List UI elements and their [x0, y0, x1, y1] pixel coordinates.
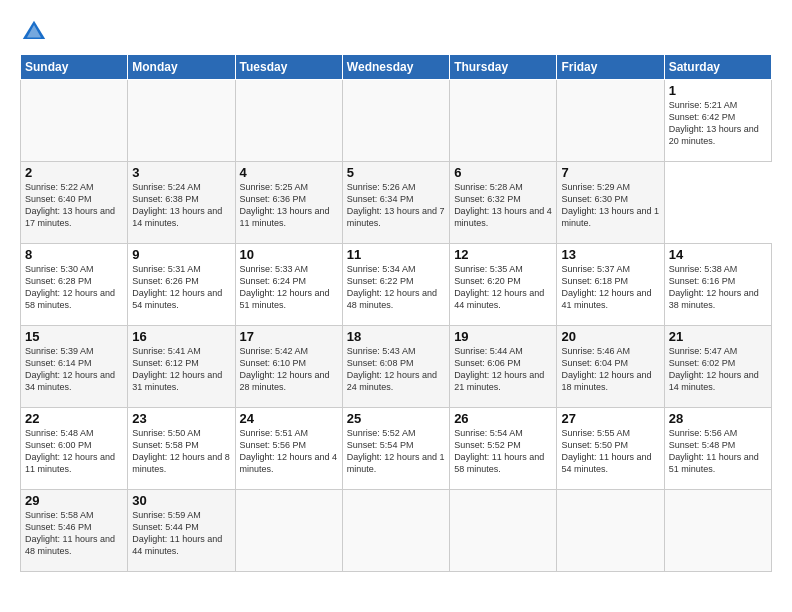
empty-cell: [21, 80, 128, 162]
day-detail: Sunrise: 5:59 AMSunset: 5:44 PMDaylight:…: [132, 509, 230, 558]
day-number: 19: [454, 329, 552, 344]
day-detail: Sunrise: 5:56 AMSunset: 5:48 PMDaylight:…: [669, 427, 767, 476]
day-number: 28: [669, 411, 767, 426]
day-cell-18: 18 Sunrise: 5:43 AMSunset: 6:08 PMDaylig…: [342, 326, 449, 408]
day-detail: Sunrise: 5:37 AMSunset: 6:18 PMDaylight:…: [561, 263, 659, 312]
logo: [20, 18, 52, 46]
day-detail: Sunrise: 5:41 AMSunset: 6:12 PMDaylight:…: [132, 345, 230, 394]
week-row-3: 15 Sunrise: 5:39 AMSunset: 6:14 PMDaylig…: [21, 326, 772, 408]
day-cell-16: 16 Sunrise: 5:41 AMSunset: 6:12 PMDaylig…: [128, 326, 235, 408]
day-cell-22: 22 Sunrise: 5:48 AMSunset: 6:00 PMDaylig…: [21, 408, 128, 490]
day-cell-7: 7 Sunrise: 5:29 AMSunset: 6:30 PMDayligh…: [557, 162, 664, 244]
day-cell-10: 10 Sunrise: 5:33 AMSunset: 6:24 PMDaylig…: [235, 244, 342, 326]
empty-cell: [235, 80, 342, 162]
day-detail: Sunrise: 5:24 AMSunset: 6:38 PMDaylight:…: [132, 181, 230, 230]
day-cell-24: 24 Sunrise: 5:51 AMSunset: 5:56 PMDaylig…: [235, 408, 342, 490]
week-row-4: 22 Sunrise: 5:48 AMSunset: 6:00 PMDaylig…: [21, 408, 772, 490]
day-cell-30: 30 Sunrise: 5:59 AMSunset: 5:44 PMDaylig…: [128, 490, 235, 572]
header-row: SundayMondayTuesdayWednesdayThursdayFrid…: [21, 55, 772, 80]
day-number: 6: [454, 165, 552, 180]
day-cell-25: 25 Sunrise: 5:52 AMSunset: 5:54 PMDaylig…: [342, 408, 449, 490]
week-row-0: 1 Sunrise: 5:21 AMSunset: 6:42 PMDayligh…: [21, 80, 772, 162]
week-row-2: 8 Sunrise: 5:30 AMSunset: 6:28 PMDayligh…: [21, 244, 772, 326]
header-cell-sunday: Sunday: [21, 55, 128, 80]
day-cell-28: 28 Sunrise: 5:56 AMSunset: 5:48 PMDaylig…: [664, 408, 771, 490]
day-number: 20: [561, 329, 659, 344]
day-number: 30: [132, 493, 230, 508]
day-number: 12: [454, 247, 552, 262]
calendar-page: SundayMondayTuesdayWednesdayThursdayFrid…: [0, 0, 792, 612]
day-cell-29: 29 Sunrise: 5:58 AMSunset: 5:46 PMDaylig…: [21, 490, 128, 572]
empty-cell: [342, 80, 449, 162]
day-detail: Sunrise: 5:21 AMSunset: 6:42 PMDaylight:…: [669, 99, 767, 148]
day-detail: Sunrise: 5:58 AMSunset: 5:46 PMDaylight:…: [25, 509, 123, 558]
day-number: 10: [240, 247, 338, 262]
day-cell-15: 15 Sunrise: 5:39 AMSunset: 6:14 PMDaylig…: [21, 326, 128, 408]
day-detail: Sunrise: 5:38 AMSunset: 6:16 PMDaylight:…: [669, 263, 767, 312]
day-cell-8: 8 Sunrise: 5:30 AMSunset: 6:28 PMDayligh…: [21, 244, 128, 326]
day-number: 23: [132, 411, 230, 426]
day-detail: Sunrise: 5:31 AMSunset: 6:26 PMDaylight:…: [132, 263, 230, 312]
day-detail: Sunrise: 5:34 AMSunset: 6:22 PMDaylight:…: [347, 263, 445, 312]
day-cell-4: 4 Sunrise: 5:25 AMSunset: 6:36 PMDayligh…: [235, 162, 342, 244]
day-number: 18: [347, 329, 445, 344]
day-detail: Sunrise: 5:44 AMSunset: 6:06 PMDaylight:…: [454, 345, 552, 394]
day-cell-3: 3 Sunrise: 5:24 AMSunset: 6:38 PMDayligh…: [128, 162, 235, 244]
empty-cell: [664, 490, 771, 572]
day-number: 15: [25, 329, 123, 344]
day-detail: Sunrise: 5:26 AMSunset: 6:34 PMDaylight:…: [347, 181, 445, 230]
empty-cell: [450, 490, 557, 572]
day-number: 16: [132, 329, 230, 344]
day-number: 9: [132, 247, 230, 262]
day-number: 11: [347, 247, 445, 262]
day-detail: Sunrise: 5:22 AMSunset: 6:40 PMDaylight:…: [25, 181, 123, 230]
day-number: 3: [132, 165, 230, 180]
day-number: 22: [25, 411, 123, 426]
day-detail: Sunrise: 5:46 AMSunset: 6:04 PMDaylight:…: [561, 345, 659, 394]
day-number: 24: [240, 411, 338, 426]
header-cell-thursday: Thursday: [450, 55, 557, 80]
header-cell-saturday: Saturday: [664, 55, 771, 80]
header-cell-friday: Friday: [557, 55, 664, 80]
day-number: 1: [669, 83, 767, 98]
day-number: 14: [669, 247, 767, 262]
day-detail: Sunrise: 5:42 AMSunset: 6:10 PMDaylight:…: [240, 345, 338, 394]
day-detail: Sunrise: 5:25 AMSunset: 6:36 PMDaylight:…: [240, 181, 338, 230]
day-detail: Sunrise: 5:30 AMSunset: 6:28 PMDaylight:…: [25, 263, 123, 312]
day-number: 5: [347, 165, 445, 180]
day-cell-20: 20 Sunrise: 5:46 AMSunset: 6:04 PMDaylig…: [557, 326, 664, 408]
day-cell-14: 14 Sunrise: 5:38 AMSunset: 6:16 PMDaylig…: [664, 244, 771, 326]
day-detail: Sunrise: 5:28 AMSunset: 6:32 PMDaylight:…: [454, 181, 552, 230]
day-number: 26: [454, 411, 552, 426]
day-cell-1: 1 Sunrise: 5:21 AMSunset: 6:42 PMDayligh…: [664, 80, 771, 162]
day-detail: Sunrise: 5:54 AMSunset: 5:52 PMDaylight:…: [454, 427, 552, 476]
day-cell-2: 2 Sunrise: 5:22 AMSunset: 6:40 PMDayligh…: [21, 162, 128, 244]
day-cell-21: 21 Sunrise: 5:47 AMSunset: 6:02 PMDaylig…: [664, 326, 771, 408]
day-number: 17: [240, 329, 338, 344]
day-cell-19: 19 Sunrise: 5:44 AMSunset: 6:06 PMDaylig…: [450, 326, 557, 408]
week-row-1: 2 Sunrise: 5:22 AMSunset: 6:40 PMDayligh…: [21, 162, 772, 244]
day-cell-12: 12 Sunrise: 5:35 AMSunset: 6:20 PMDaylig…: [450, 244, 557, 326]
day-detail: Sunrise: 5:52 AMSunset: 5:54 PMDaylight:…: [347, 427, 445, 476]
day-number: 4: [240, 165, 338, 180]
day-cell-9: 9 Sunrise: 5:31 AMSunset: 6:26 PMDayligh…: [128, 244, 235, 326]
empty-cell: [235, 490, 342, 572]
header: [20, 18, 772, 46]
day-number: 8: [25, 247, 123, 262]
day-cell-23: 23 Sunrise: 5:50 AMSunset: 5:58 PMDaylig…: [128, 408, 235, 490]
logo-icon: [20, 18, 48, 46]
day-cell-6: 6 Sunrise: 5:28 AMSunset: 6:32 PMDayligh…: [450, 162, 557, 244]
day-number: 27: [561, 411, 659, 426]
day-number: 29: [25, 493, 123, 508]
empty-cell: [557, 80, 664, 162]
day-number: 2: [25, 165, 123, 180]
day-cell-13: 13 Sunrise: 5:37 AMSunset: 6:18 PMDaylig…: [557, 244, 664, 326]
day-number: 13: [561, 247, 659, 262]
header-cell-monday: Monday: [128, 55, 235, 80]
calendar-table: SundayMondayTuesdayWednesdayThursdayFrid…: [20, 54, 772, 572]
day-number: 21: [669, 329, 767, 344]
day-detail: Sunrise: 5:39 AMSunset: 6:14 PMDaylight:…: [25, 345, 123, 394]
day-number: 25: [347, 411, 445, 426]
empty-cell: [342, 490, 449, 572]
day-detail: Sunrise: 5:29 AMSunset: 6:30 PMDaylight:…: [561, 181, 659, 230]
